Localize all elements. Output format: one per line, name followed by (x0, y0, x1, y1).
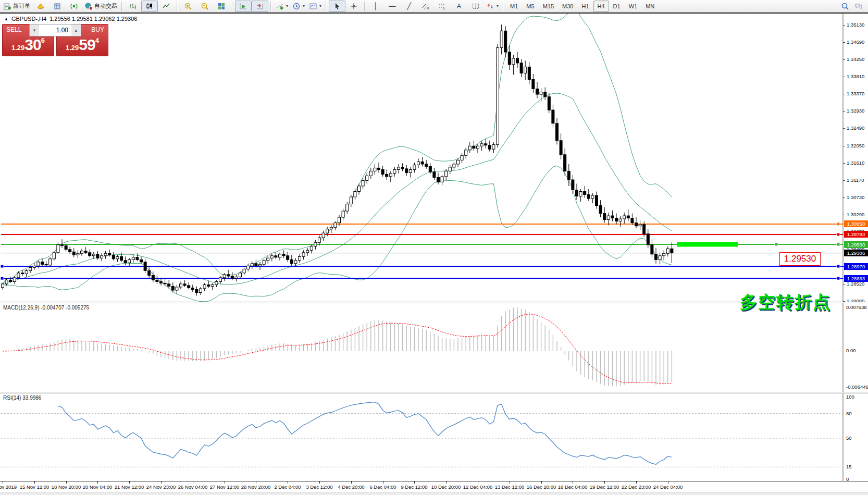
time-axis-label: 27 Nov 12:00 (210, 484, 240, 490)
price-tick-mark (843, 215, 845, 215)
time-axis-label: 12 Dec 04:00 (463, 484, 493, 490)
strategy-tester-button[interactable] (66, 1, 82, 12)
zoom-out-icon (201, 2, 209, 10)
time-axis-label: 22 Dec 23:00 (622, 484, 651, 490)
vertical-line-tool-button[interactable]: │ (367, 1, 384, 12)
cursor-tool-button[interactable] (329, 1, 345, 12)
time-axis-label: 16 Dec 20:00 (527, 484, 556, 490)
price-tick-mark (843, 42, 845, 43)
time-tick-mark (351, 481, 352, 484)
timeframe-MN[interactable]: MN (641, 1, 659, 12)
candlestick-mode-button[interactable] (141, 1, 158, 12)
templates-button[interactable]: ▾ (307, 1, 324, 12)
price-tick-mark (843, 111, 845, 112)
sell-label: SELL (6, 26, 21, 33)
price-tick-mark (843, 284, 845, 284)
price-tick-mark (843, 146, 845, 146)
volume-stepper: ▼ ▲ (29, 24, 81, 36)
crosshair-icon (350, 2, 358, 10)
time-axis-label: 28 Nov 20:00 (241, 484, 271, 490)
autotrading-button[interactable]: 自动交易 (82, 1, 119, 12)
chat-icon[interactable] (854, 2, 863, 10)
zoom-out-button[interactable] (196, 1, 213, 12)
time-tick-mark (573, 481, 573, 484)
price-tick-label: 1.30730 (847, 194, 864, 200)
one-click-trade-panel: SELL 1.29306 BUY 1.29594 ▼ ▲ (2, 24, 108, 56)
tile-windows-button[interactable] (213, 1, 230, 12)
channel-tool-button[interactable]: E (417, 1, 434, 12)
text-tool-button[interactable]: A (451, 1, 467, 12)
price-tick-label: 1.32490 (847, 125, 864, 131)
rsi-tick-label: 100 (846, 394, 854, 400)
time-axis-label: 24 Nov 23:00 (146, 484, 176, 490)
arrows-tool-button[interactable]: ▾ (484, 1, 501, 12)
time-tick-mark (256, 481, 256, 484)
crosshair-tool-button[interactable] (345, 1, 362, 12)
time-tick-mark (446, 481, 447, 484)
price-tick-label: 1.32930 (847, 108, 864, 114)
dropdown-caret-icon: ▾ (497, 4, 499, 8)
market-watch-icon (36, 2, 45, 10)
trading-app: 新订单 自动交易 (0, 0, 868, 495)
price-tick-mark (843, 77, 845, 77)
volume-input[interactable] (39, 24, 71, 36)
price-tick-label: 1.35130 (847, 22, 864, 28)
new-order-button[interactable]: 新订单 (1, 1, 32, 12)
line-chart-mode-button[interactable] (158, 1, 175, 12)
zoom-in-button[interactable] (180, 1, 196, 12)
current-price-badge: 1.29306 (844, 250, 868, 256)
rsi-canvas[interactable] (0, 393, 868, 481)
timeframe-M15[interactable]: M15 (539, 1, 558, 12)
arrows-icon (486, 2, 494, 10)
svg-text:E: E (427, 7, 429, 10)
periods-button[interactable]: ▾ (290, 1, 307, 12)
time-tick-mark (193, 481, 193, 484)
turning-point-annotation[interactable]: 多空转折点 (740, 291, 831, 314)
macd-pane[interactable]: MACD(12,26,9) -0.004707 -0.005275 0.0075… (0, 303, 868, 392)
symbol-marker-icon: ▲ (4, 17, 8, 21)
price-chart-pane[interactable]: 1.351301.346901.342501.338101.333701.329… (0, 14, 868, 302)
indicators-button[interactable]: ▾ (274, 1, 290, 12)
trendline-tool-button[interactable]: ╱ (401, 1, 417, 12)
time-tick-mark (225, 481, 225, 484)
rsi-pane[interactable]: RSI(14) 33.9986 1008050150 (0, 393, 868, 481)
macd-tick-label: 0.00 (846, 348, 856, 353)
search-icon[interactable] (841, 2, 849, 10)
price-callout-label[interactable]: 1.29530 (779, 252, 821, 266)
timeframe-D1[interactable]: D1 (609, 1, 625, 12)
price-badge-1.29530: 1.29530 (844, 241, 868, 248)
toolbar-separator (177, 2, 178, 11)
fibonacci-tool-button[interactable]: F (434, 1, 451, 12)
price-tick-mark (843, 163, 845, 164)
time-tick-mark (668, 481, 668, 484)
time-axis[interactable]: 14 Nov 201915 Nov 12:0018 Nov 20:0020 No… (0, 481, 868, 492)
toolbar-separator (270, 2, 271, 11)
bar-chart-mode-button[interactable] (125, 1, 141, 12)
macd-canvas[interactable] (0, 303, 868, 392)
timeframe-H4[interactable]: H4 (593, 1, 609, 12)
timeframe-M1[interactable]: M1 (506, 1, 522, 12)
timeframe-M5[interactable]: M5 (522, 1, 538, 12)
price-tick-mark (843, 180, 845, 181)
auto-scroll-button[interactable] (235, 1, 252, 12)
price-tick-label: 1.31170 (847, 177, 864, 183)
rsi-tick-label: 80 (846, 411, 852, 416)
horizontal-line-icon: — (389, 3, 396, 9)
volume-decrease-button[interactable]: ▼ (30, 24, 39, 36)
text-label-tool-button[interactable]: T (467, 1, 484, 12)
price-chart-canvas[interactable] (0, 14, 868, 302)
data-window-button[interactable] (49, 1, 66, 12)
timeframe-W1[interactable]: W1 (625, 1, 642, 12)
timeframe-M30[interactable]: M30 (558, 1, 577, 12)
trendline-icon: ╱ (407, 3, 411, 9)
macd-tick-label: 0.007538 (846, 304, 867, 310)
chart-shift-button[interactable] (252, 1, 268, 12)
price-tick-mark (843, 94, 845, 94)
timeframe-H1[interactable]: H1 (577, 1, 593, 12)
volume-increase-button[interactable]: ▲ (71, 24, 81, 36)
market-watch-button[interactable] (32, 1, 49, 12)
horizontal-line-tool-button[interactable]: — (384, 1, 401, 12)
macd-label: MACD(12,26,9) -0.004707 -0.005275 (3, 305, 89, 311)
status-strip (0, 492, 868, 495)
text-icon: A (457, 3, 461, 9)
